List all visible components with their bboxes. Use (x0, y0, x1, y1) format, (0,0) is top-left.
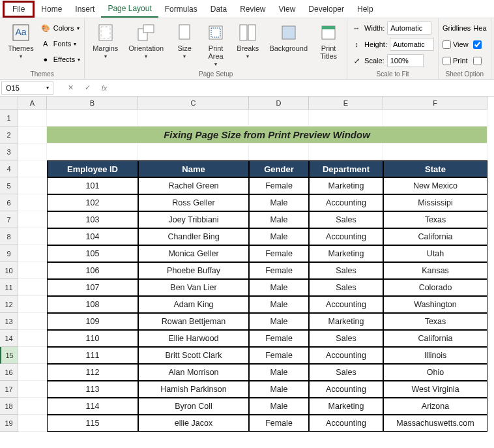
size-button[interactable]: Size▾ (170, 21, 199, 61)
table-cell[interactable]: Britt Scott Clark (138, 347, 249, 364)
table-cell[interactable]: 115 (47, 415, 138, 432)
cell[interactable] (18, 347, 47, 364)
gridlines-view-checkbox[interactable]: View (443, 40, 469, 49)
table-cell[interactable]: Accounting (309, 347, 383, 364)
table-cell[interactable]: 106 (47, 262, 138, 279)
column-header[interactable]: A (18, 97, 47, 110)
height-input[interactable] (390, 38, 434, 51)
cell[interactable] (138, 143, 249, 160)
select-all-corner[interactable] (0, 97, 18, 110)
table-header[interactable]: State (383, 160, 487, 177)
table-cell[interactable]: West Virginia (383, 381, 487, 398)
margins-button[interactable]: Margins▾ (89, 21, 122, 61)
fx-button[interactable]: fx (96, 82, 112, 95)
table-cell[interactable]: Byron Coll (138, 398, 249, 415)
table-cell[interactable]: 107 (47, 279, 138, 296)
tab-formulas[interactable]: Formulas (158, 1, 204, 17)
row-header[interactable]: 8 (0, 228, 18, 245)
cell[interactable] (18, 160, 47, 177)
row-header[interactable]: 1 (0, 110, 18, 127)
table-cell[interactable]: Ross Geller (138, 194, 249, 211)
row-header[interactable]: 13 (0, 313, 18, 330)
row-header[interactable]: 19 (0, 415, 18, 432)
cell[interactable] (47, 110, 138, 127)
cell[interactable] (18, 127, 47, 143)
table-cell[interactable]: Massachuswetts.com (383, 415, 487, 432)
table-cell[interactable]: Female (249, 415, 309, 432)
table-cell[interactable]: 111 (47, 347, 138, 364)
table-cell[interactable]: Accounting (309, 381, 383, 398)
width-input[interactable] (387, 22, 431, 35)
name-box[interactable]: O15▾ (1, 82, 53, 95)
table-cell[interactable]: Male (249, 279, 309, 296)
tab-data[interactable]: Data (204, 1, 233, 17)
cancel-formula-button[interactable]: ✕ (63, 82, 78, 95)
tab-home[interactable]: Home (35, 1, 68, 17)
row-header[interactable]: 6 (0, 194, 18, 211)
table-cell[interactable]: Washington (383, 296, 487, 313)
row-header[interactable]: 2 (0, 127, 18, 143)
table-cell[interactable]: Rowan Bettjeman (138, 313, 249, 330)
table-cell[interactable]: Female (249, 330, 309, 347)
cell[interactable] (18, 211, 47, 228)
cell[interactable] (18, 177, 47, 194)
cell[interactable] (249, 143, 309, 160)
table-cell[interactable]: Texas (383, 313, 487, 330)
table-cell[interactable]: Accounting (309, 228, 383, 245)
table-cell[interactable]: Illinois (383, 347, 487, 364)
table-cell[interactable]: Monica Geller (138, 245, 249, 262)
table-cell[interactable]: Accounting (309, 296, 383, 313)
table-cell[interactable]: Arizona (383, 398, 487, 415)
table-cell[interactable]: 104 (47, 228, 138, 245)
table-cell[interactable]: 112 (47, 364, 138, 381)
effects-button[interactable]: ●Effects▾ (40, 52, 80, 67)
row-header[interactable]: 12 (0, 296, 18, 313)
table-cell[interactable]: Male (249, 381, 309, 398)
table-cell[interactable]: Accounting (309, 415, 383, 432)
row-header[interactable]: 9 (0, 245, 18, 262)
orientation-button[interactable]: Orientation▾ (124, 21, 167, 61)
table-cell[interactable]: 109 (47, 313, 138, 330)
table-cell[interactable]: Sales (309, 364, 383, 381)
table-cell[interactable]: Marketing (309, 313, 383, 330)
table-header[interactable]: Employee ID (47, 160, 138, 177)
table-cell[interactable]: 114 (47, 398, 138, 415)
formula-input[interactable] (113, 82, 493, 95)
table-cell[interactable]: Sales (309, 262, 383, 279)
table-cell[interactable]: Sales (309, 211, 383, 228)
cell[interactable] (18, 279, 47, 296)
tab-insert[interactable]: Insert (68, 1, 101, 17)
table-cell[interactable]: Male (249, 364, 309, 381)
print-titles-button[interactable]: Print Titles (314, 21, 343, 61)
cell[interactable] (47, 143, 138, 160)
table-cell[interactable]: Alan Morrison (138, 364, 249, 381)
table-cell[interactable]: New Mexico (383, 177, 487, 194)
table-cell[interactable]: Female (249, 177, 309, 194)
column-header[interactable]: F (383, 97, 487, 110)
row-header[interactable]: 5 (0, 177, 18, 194)
table-cell[interactable]: Female (249, 245, 309, 262)
cell[interactable] (309, 110, 383, 127)
breaks-button[interactable]: Breaks▾ (233, 21, 263, 61)
cell[interactable] (383, 110, 487, 127)
table-cell[interactable]: 113 (47, 381, 138, 398)
table-cell[interactable]: Male (249, 194, 309, 211)
fonts-button[interactable]: AFonts▾ (40, 37, 80, 51)
cell[interactable] (249, 110, 309, 127)
tab-review[interactable]: Review (233, 1, 272, 17)
table-cell[interactable]: Hamish Parkinson (138, 381, 249, 398)
table-cell[interactable]: Male (249, 211, 309, 228)
table-cell[interactable]: Ben Van Lier (138, 279, 249, 296)
cell[interactable] (18, 398, 47, 415)
tab-view[interactable]: View (272, 1, 302, 17)
scale-input[interactable] (387, 54, 424, 67)
table-cell[interactable]: Female (249, 262, 309, 279)
table-cell[interactable]: Texas (383, 211, 487, 228)
print-area-button[interactable]: Print Area▾ (201, 21, 230, 68)
table-cell[interactable]: Male (249, 296, 309, 313)
table-cell[interactable]: Ohio (383, 364, 487, 381)
table-cell[interactable]: Rachel Green (138, 177, 249, 194)
table-cell[interactable]: Kansas (383, 262, 487, 279)
table-cell[interactable]: California (383, 330, 487, 347)
cell[interactable] (18, 262, 47, 279)
